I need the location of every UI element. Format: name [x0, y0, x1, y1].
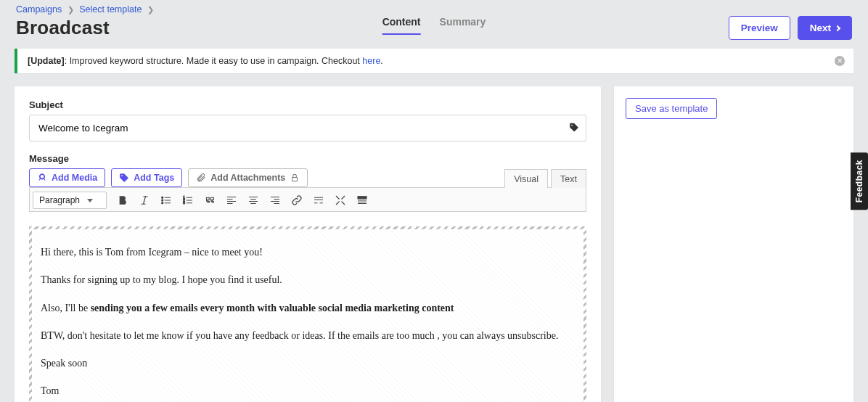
chevron-right-icon [835, 25, 840, 30]
svg-point-1 [162, 197, 163, 198]
page-title: Broadcast [16, 17, 110, 39]
bullet-list-icon[interactable] [156, 191, 176, 210]
preview-button[interactable]: Preview [729, 16, 790, 40]
editor-paragraph: Thanks for signing up to my blog. I hope… [41, 273, 575, 287]
add-tags-button[interactable]: Add Tags [111, 168, 182, 187]
editor-paragraph: Tom [41, 384, 575, 398]
editor-toolbar: Paragraph 123 [29, 187, 586, 212]
chevron-right-icon: ❯ [67, 5, 74, 14]
next-button[interactable]: Next [798, 16, 852, 40]
notice-link[interactable]: here [362, 56, 380, 66]
bold-icon[interactable] [112, 191, 133, 210]
svg-point-2 [162, 200, 163, 201]
align-left-icon[interactable] [221, 191, 242, 210]
svg-rect-0 [292, 177, 298, 181]
link-icon[interactable] [287, 191, 307, 210]
svg-point-3 [162, 202, 163, 204]
tabs: Content Summary [382, 16, 486, 35]
toolbar-toggle-icon[interactable] [352, 191, 372, 210]
lock-icon [290, 173, 300, 183]
notice-text: : Improved keyword structure. Made it ea… [65, 56, 363, 66]
editor-content[interactable]: Hi there, this is Tom from Icegram – nic… [29, 226, 586, 402]
breadcrumb-select-template[interactable]: Select template [79, 4, 142, 15]
subject-input[interactable] [29, 115, 586, 141]
quote-icon[interactable] [200, 191, 220, 210]
update-notice: [Update]: Improved keyword structure. Ma… [15, 49, 853, 73]
fullscreen-icon[interactable] [330, 191, 351, 210]
breadcrumb: Campaigns ❯ Select template ❯ [16, 4, 852, 15]
number-list-icon[interactable]: 123 [178, 191, 198, 210]
content-panel: Subject Message Add Media Add Tags Add A… [15, 86, 601, 402]
align-right-icon[interactable] [265, 191, 285, 210]
message-label: Message [29, 153, 586, 164]
editor-paragraph: Hi there, this is Tom from Icegram – nic… [41, 245, 575, 260]
mode-text[interactable]: Text [551, 169, 586, 188]
breadcrumb-campaigns[interactable]: Campaigns [16, 4, 62, 15]
chevron-right-icon: ❯ [147, 5, 154, 14]
subject-label: Subject [29, 99, 586, 110]
tab-content[interactable]: Content [382, 16, 421, 35]
align-center-icon[interactable] [243, 191, 263, 210]
editor-paragraph: Speak soon [41, 356, 575, 371]
add-media-button[interactable]: Add Media [29, 168, 105, 187]
add-attachments-button[interactable]: Add Attachments [188, 168, 308, 187]
close-icon[interactable]: ✕ [835, 56, 845, 66]
mode-visual[interactable]: Visual [504, 169, 548, 188]
format-select[interactable]: Paragraph [33, 192, 107, 209]
feedback-tab[interactable]: Feedback [851, 152, 868, 210]
notice-tag: [Update] [28, 56, 65, 66]
editor-paragraph: Also, I'll be sending you a few emails e… [41, 301, 575, 316]
svg-rect-7 [358, 197, 367, 199]
more-icon[interactable] [308, 191, 329, 210]
tag-icon[interactable] [569, 122, 579, 134]
tab-summary[interactable]: Summary [440, 16, 486, 35]
italic-icon[interactable] [134, 191, 155, 210]
sidebar-panel: Save as template [614, 86, 853, 402]
save-as-template-button[interactable]: Save as template [626, 98, 717, 119]
editor-paragraph: BTW, don't hesitate to let me know if yo… [41, 329, 575, 343]
svg-text:3: 3 [183, 201, 185, 205]
